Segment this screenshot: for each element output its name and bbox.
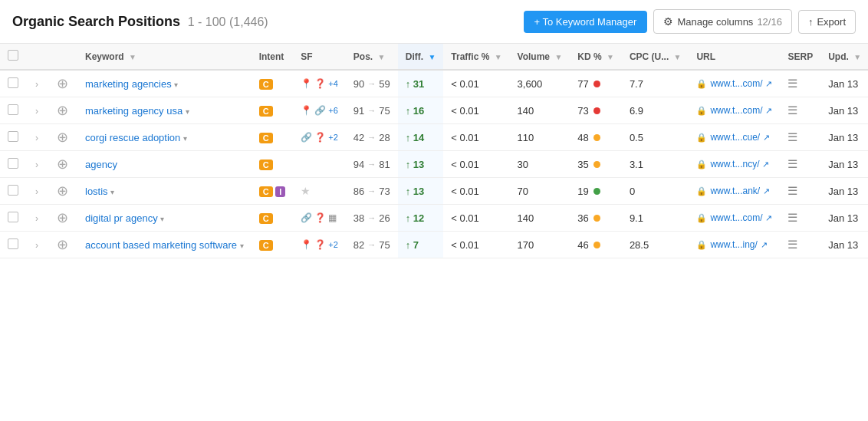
keyword-link[interactable]: digital pr agency [85,212,158,224]
row-traffic-cell: < 0.01 [443,124,509,151]
pos-arrow-icon: → [367,186,376,196]
serp-icon[interactable]: ☰ [787,104,797,117]
intent-badge-c[interactable]: C [259,133,273,143]
url-link[interactable]: www.t...com/ [710,212,762,223]
serp-icon[interactable]: ☰ [787,77,797,90]
intent-badge-i[interactable]: I [275,186,285,197]
row-cpc-cell: 28.5 [622,232,689,258]
traffic-value: < 0.01 [451,186,479,197]
expand-button[interactable]: › [34,186,40,197]
intent-badge-c[interactable]: C [259,213,273,224]
keyword-link[interactable]: marketing agencies [85,78,172,90]
keyword-link[interactable]: agency [85,159,117,170]
expand-button[interactable]: › [34,106,40,117]
pos-from: 42 [353,132,364,143]
external-link-icon[interactable]: ↗ [765,79,772,89]
cpc-sort-icon[interactable]: ▼ [674,53,682,61]
url-link[interactable]: www.t...ing/ [710,239,757,250]
external-link-icon[interactable]: ↗ [762,160,769,169]
upd-value: Jan 13 [828,132,858,143]
dropdown-arrow-icon[interactable]: ▾ [240,242,244,250]
dropdown-arrow-icon[interactable]: ▾ [110,188,114,196]
row-checkbox[interactable] [8,77,18,88]
serp-icon[interactable]: ☰ [787,238,797,251]
sf-icons-container: 📍🔗+6 [301,105,338,116]
row-checkbox[interactable] [8,131,18,142]
external-link-icon[interactable]: ↗ [761,240,768,250]
link-icon: 🔗 [301,132,312,143]
intent-badge-c[interactable]: C [259,186,273,197]
dropdown-arrow-icon[interactable]: ▾ [160,215,164,223]
row-checkbox-cell [0,70,26,97]
manage-columns-button[interactable]: ⚙ Manage columns 12/16 [653,9,792,34]
expand-button[interactable]: › [34,213,40,224]
keyword-link[interactable]: lostis [85,186,108,197]
row-diff-cell: ↑ 31 [398,70,444,97]
row-checkbox[interactable] [8,185,18,196]
add-button[interactable]: ⊕ [55,211,70,225]
url-link[interactable]: www.t...com/ [710,78,762,89]
keyword-link[interactable]: marketing agency usa [85,105,182,117]
row-checkbox[interactable] [8,158,18,169]
expand-button[interactable]: › [34,160,40,170]
sf-icons-container: ★ [301,185,338,197]
url-link[interactable]: www.t...ncy/ [710,159,759,169]
dropdown-arrow-icon[interactable]: ▾ [174,81,178,89]
add-button[interactable]: ⊕ [55,238,70,252]
intent-badge-c[interactable]: C [259,79,273,90]
add-button[interactable]: ⊕ [55,104,70,117]
row-pos-cell: 86 → 73 [346,178,398,205]
row-serp-cell: ☰ [780,124,820,151]
url-link[interactable]: www.t...com/ [710,105,762,116]
url-link[interactable]: www.t...ank/ [710,186,760,196]
row-pos-cell: 94 → 81 [346,151,398,178]
intent-badge-c[interactable]: C [259,160,273,170]
row-checkbox[interactable] [8,238,18,249]
intent-badge-c[interactable]: C [259,240,273,251]
table-row: › ⊕ digital pr agency ▾ C 🔗❓▦ 38 → 26 ↑ … [0,205,868,232]
external-link-icon[interactable]: ↗ [763,133,770,143]
add-button[interactable]: ⊕ [55,157,70,171]
add-button[interactable]: ⊕ [55,130,70,144]
row-checkbox[interactable] [8,104,18,115]
pin-icon: 📍 [301,239,312,250]
dropdown-arrow-icon[interactable]: ▾ [186,107,189,116]
row-checkbox[interactable] [8,212,18,222]
sf-icons-container: 📍❓+2 [301,239,338,250]
volume-sort-icon[interactable]: ▼ [554,53,562,61]
external-link-icon[interactable]: ↗ [765,213,772,223]
expand-button[interactable]: › [34,79,40,90]
upd-sort-icon[interactable]: ▼ [853,53,861,61]
export-button[interactable]: ↑ Export [798,10,856,34]
serp-icon[interactable]: ☰ [787,184,797,197]
keyword-link[interactable]: corgi rescue adoption [85,132,180,143]
url-link[interactable]: www.t...cue/ [710,132,760,143]
serp-icon[interactable]: ☰ [787,157,797,170]
dropdown-arrow-icon[interactable]: ▾ [183,134,187,143]
keyword-sort-icon[interactable]: ▼ [129,53,136,61]
kd-dot-icon [593,161,600,168]
kd-value: 35 [577,159,588,170]
external-link-icon[interactable]: ↗ [765,106,772,116]
serp-icon[interactable]: ☰ [787,130,797,143]
add-button[interactable]: ⊕ [55,184,70,198]
row-upd-cell: Jan 13 [820,232,868,258]
keyword-link[interactable]: account based marketing software [85,239,237,251]
row-intent-cell: C [252,205,294,232]
expand-button[interactable]: › [34,133,40,143]
row-volume-cell: 140 [510,97,570,124]
col-pos: Pos. ▼ [346,44,398,70]
expand-button[interactable]: › [34,240,40,251]
add-button[interactable]: ⊕ [55,77,70,90]
external-link-icon[interactable]: ↗ [763,186,770,196]
header-checkbox[interactable] [8,50,18,61]
diff-sort-icon[interactable]: ▼ [428,53,436,61]
header-actions: + To Keyword Manager ⚙ Manage columns 12… [524,9,856,34]
pos-sort-icon[interactable]: ▼ [378,53,386,61]
keyword-manager-button[interactable]: + To Keyword Manager [524,11,648,33]
kd-sort-icon[interactable]: ▼ [607,53,614,61]
serp-icon[interactable]: ☰ [787,211,797,224]
traffic-sort-icon[interactable]: ▼ [495,53,502,61]
page-header: Organic Search Positions 1 - 100 (1,446)… [0,0,868,44]
intent-badge-c[interactable]: C [259,106,273,117]
